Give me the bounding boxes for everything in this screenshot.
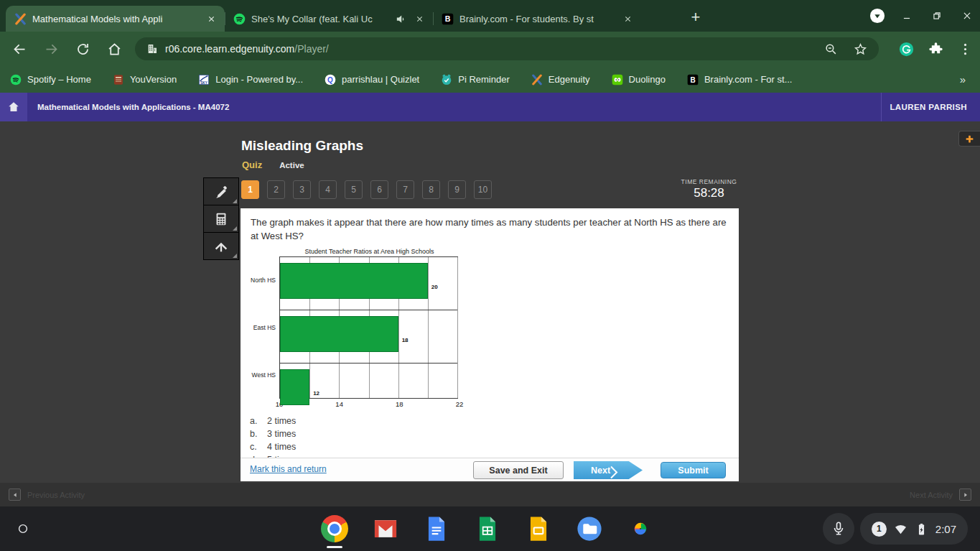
bookmark-label: Pi Reminder [458,74,510,85]
bookmark-item[interactable]: Edgenuity [531,74,590,85]
shelf-app-photos[interactable] [626,514,655,543]
course-header: Mathematical Models with Applications - … [0,93,980,121]
url-text[interactable]: r06.core.learn.edgenuity.com/Player/ [165,43,824,55]
chart-title: Student Teacher Ratios at Area High Scho… [279,248,459,255]
bookmark-item[interactable]: Duolingo [612,74,666,85]
launcher-button[interactable] [10,516,36,542]
spotify-icon [233,13,246,25]
question-number-button[interactable]: 7 [396,180,414,199]
screen: Mathematical Models with AppliShe's My C… [0,0,980,551]
chart-gridline [457,257,458,398]
question-number-button[interactable]: 3 [293,180,311,199]
header-separator [881,93,882,121]
highlighter-tool-button[interactable] [204,178,238,205]
answer-option[interactable]: c.4 times [250,440,739,453]
previous-activity-label: Previous Activity [27,491,85,499]
activity-nav-bar: Previous Activity Next Activity [0,483,980,506]
quizlet-icon: Q [325,74,336,85]
sidebar-expand-plus-button[interactable] [958,131,980,147]
shelf-app-docs[interactable] [422,514,451,543]
chart-row: 20 [280,263,457,310]
window-controls [869,0,976,32]
question-text: The graph makes it appear that there are… [241,208,739,243]
restore-button[interactable] [928,7,946,24]
bookmark-item[interactable]: BBrainly.com - For st... [687,74,793,85]
zoom-out-icon[interactable] [824,42,838,56]
back-button[interactable] [7,37,32,61]
next-activity-button[interactable] [959,489,971,501]
bookmark-label: Spotify – Home [27,74,91,85]
pi-reminder-icon [441,74,452,85]
bookmark-label: Duolingo [629,74,666,85]
tab-close-icon[interactable] [413,12,426,25]
question-number-list: 12345678910 [241,180,492,199]
mark-and-return-link[interactable]: Mark this and return [250,464,327,474]
question-number-button[interactable]: 6 [370,180,388,199]
save-and-exit-button[interactable]: Save and Exit [473,461,564,479]
microphone-button[interactable] [823,513,854,545]
bookmark-label: parrishlau | Quizlet [342,74,419,85]
browser-tab[interactable]: She's My Collar (feat. Kali Uc [225,6,433,32]
question-number-button[interactable]: 8 [422,180,440,199]
bookmark-item[interactable]: Pi Reminder [441,74,510,85]
bookmark-star-icon[interactable] [854,42,867,56]
tab-close-icon[interactable] [205,12,218,25]
menu-kebab-icon[interactable] [958,42,973,57]
browser-tab[interactable]: BBrainly.com - For students. By st [433,6,641,32]
user-name[interactable]: LAUREN PARRISH [890,93,967,121]
chart-bar [280,369,309,405]
bookmark-item[interactable]: Qparrishlau | Quizlet [325,74,419,85]
edgenuity-x-icon [531,74,543,85]
shelf-app-slides[interactable] [524,514,553,543]
bookmarks-overflow-chevron[interactable]: » [956,73,970,85]
question-number-button[interactable]: 2 [267,180,285,199]
bar-value-label: 18 [402,336,409,343]
next-button[interactable]: Next [574,461,643,479]
spotify-icon [10,74,22,85]
lesson-title: Misleading Graphs [241,138,363,154]
youversion-icon [113,74,124,85]
minimize-button[interactable] [898,7,915,24]
question-number-button[interactable]: 10 [474,180,492,199]
course-home-button[interactable] [0,93,27,121]
course-title: Mathematical Models with Applications - … [37,93,229,121]
answer-option[interactable]: b.3 times [250,427,739,440]
forward-button[interactable] [39,37,63,61]
new-tab-button[interactable]: + [686,7,706,27]
question-number-button[interactable]: 5 [345,180,363,199]
home-button[interactable] [102,37,126,61]
question-number-button[interactable]: 4 [319,180,337,199]
svg-text:Q: Q [327,75,333,83]
address-bar[interactable]: r06.core.learn.edgenuity.com/Player/ [135,37,879,60]
grammarly-icon[interactable] [899,42,914,57]
reload-button[interactable] [70,37,95,61]
site-building-icon[interactable] [146,43,158,55]
notification-count-badge: 1 [872,522,887,537]
bookmark-item[interactable]: Spotify – Home [10,74,91,85]
browser-tab[interactable]: Mathematical Models with Appli [6,6,225,32]
status-tray[interactable]: 1 2:07 [860,513,968,545]
tab-title: Brainly.com - For students. By st [459,14,615,24]
bookmark-item[interactable]: SKYLogin - Powered by... [198,74,303,85]
close-window-button[interactable] [958,7,976,24]
shelf-app-chrome[interactable] [320,514,349,543]
profile-circle-icon[interactable] [869,8,885,24]
question-number-button[interactable]: 9 [448,180,466,199]
question-panel: The graph makes it appear that there are… [241,208,739,481]
caret-up-tool-button[interactable] [204,233,238,259]
chart-row: 12 [280,369,457,417]
browser-toolbar: r06.core.learn.edgenuity.com/Player/ [0,32,980,66]
question-number-button[interactable]: 1 [241,180,259,199]
option-letter: b. [250,429,267,439]
previous-activity-button[interactable] [9,489,21,501]
extensions-puzzle-icon[interactable] [928,42,943,57]
calculator-tool-button[interactable] [204,205,238,232]
shelf-app-gmail[interactable] [371,514,400,543]
tab-close-icon[interactable] [621,12,634,25]
submit-button[interactable]: Submit [661,462,726,478]
shelf-app-files[interactable] [575,514,604,543]
brainly-icon: B [442,13,454,25]
shelf-app-sheets[interactable] [473,514,502,543]
chart-category-label: West HS [251,351,279,399]
bookmark-item[interactable]: YouVersion [113,74,177,85]
